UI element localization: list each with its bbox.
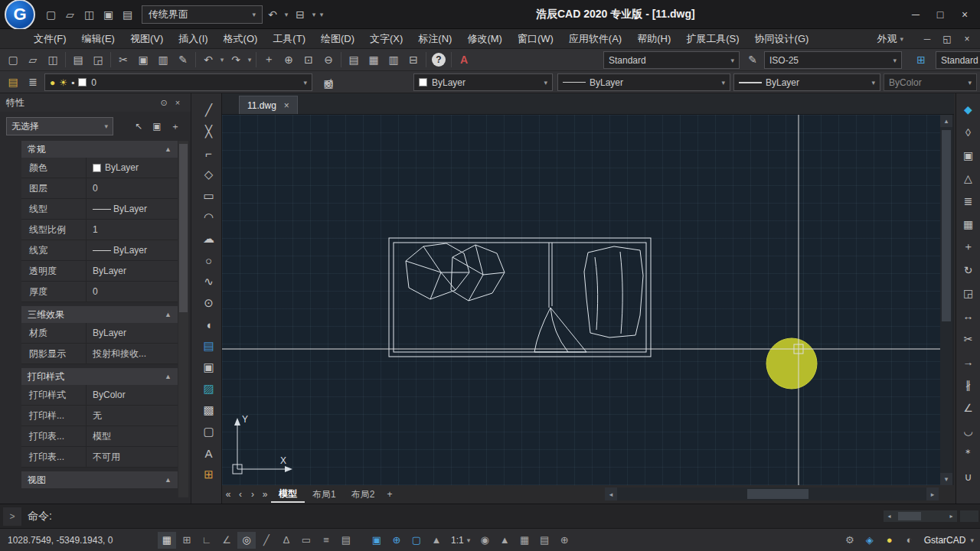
menu-view[interactable]: 视图(V) [122, 29, 171, 49]
open-folder-icon[interactable]: ▱ [23, 51, 43, 69]
dimension-style-combo[interactable]: ISO-25 ▾ [764, 51, 902, 69]
prev-tab-button[interactable]: ‹ [234, 487, 247, 502]
prop-row-plot-table-attached[interactable]: 打印表... 模型 [21, 426, 178, 447]
first-tab-button[interactable]: « [222, 487, 234, 502]
next-tab-button[interactable]: › [247, 487, 259, 502]
grid-display-icon[interactable]: ▦ [158, 532, 176, 549]
prop-row-linetype[interactable]: 线型 ByLayer [21, 199, 178, 220]
auto-hide-pin-icon[interactable]: ⊙ [157, 96, 171, 109]
selection-cycling-icon[interactable]: ▣ [368, 532, 386, 549]
clean-screen-icon[interactable]: ▤ [535, 532, 554, 549]
break-icon[interactable]: ∦ [959, 373, 978, 396]
zoom-previous-icon[interactable]: ⊖ [318, 51, 338, 69]
toggle-pickadd-icon[interactable]: ＋ [166, 118, 185, 135]
polygon-tool-icon[interactable]: ◇ [198, 164, 220, 185]
save-icon[interactable]: ◫ [80, 5, 99, 24]
maximize-button[interactable]: □ [928, 4, 952, 25]
close-button[interactable]: × [952, 4, 977, 25]
table-style-icon[interactable]: ⊞ [911, 51, 931, 69]
section-header-general[interactable]: 常规 ▲ [21, 141, 178, 158]
menu-insert[interactable]: 插入(I) [171, 29, 215, 49]
print-preview-icon[interactable]: ◲ [88, 51, 108, 69]
table-text-style-combo[interactable]: Standard [936, 51, 980, 69]
polyline-tool-icon[interactable]: ⌐ [198, 142, 220, 164]
linetype-control-combo[interactable]: ByLayer ▾ [557, 73, 730, 91]
save-icon[interactable]: ◫ [43, 51, 63, 69]
document-tab[interactable]: 11.dwg × [239, 96, 298, 114]
menu-file[interactable]: 文件(F) [26, 29, 74, 49]
scrollbar-thumb[interactable] [179, 144, 188, 312]
tab-layout2[interactable]: 布局2 [344, 486, 383, 503]
lineweight-control-combo[interactable]: ByLayer ▾ [733, 73, 880, 91]
pan-icon[interactable]: ＋ [259, 51, 279, 69]
paste-icon[interactable]: ▥ [153, 51, 173, 69]
rectangle-tool-icon[interactable]: ▭ [198, 185, 220, 207]
prop-row-layer[interactable]: 图层 0 [21, 178, 178, 199]
trim-icon[interactable]: ✂ [959, 328, 978, 350]
chamfer-icon[interactable]: ∠ [959, 396, 978, 419]
menu-dimension[interactable]: 标注(N) [410, 29, 459, 49]
stretch-icon[interactable]: ↔ [959, 305, 978, 328]
move-icon[interactable]: ＋ [959, 236, 978, 259]
scrollbar-thumb[interactable] [747, 489, 808, 499]
command-options-icon[interactable]: > [3, 507, 21, 526]
minimize-button[interactable]: ─ [903, 4, 928, 25]
new-file-icon[interactable]: ▢ [3, 51, 23, 69]
gradient-tool-icon[interactable]: ▩ [198, 399, 220, 421]
settings-gear-icon[interactable]: ⚙ [841, 532, 859, 549]
ellipse-arc-tool-icon[interactable]: ◖ [198, 314, 220, 335]
ortho-mode-icon[interactable]: ∟ [198, 532, 216, 549]
menu-format[interactable]: 格式(O) [216, 29, 266, 49]
spline-tool-icon[interactable]: ∿ [198, 271, 220, 292]
help-icon[interactable]: ? [429, 51, 449, 69]
annotation-monitor-icon[interactable]: ⊕ [387, 532, 406, 549]
dynamic-ucs-icon[interactable]: ∆ [277, 532, 296, 549]
redo-dropdown-icon[interactable]: ▾ [246, 56, 253, 64]
annotation-visibility-icon[interactable]: ◉ [475, 532, 494, 549]
undo-icon[interactable]: ↶ [198, 51, 218, 69]
layer-isolate-icon[interactable]: ◎ [318, 74, 338, 93]
tool-palettes-icon[interactable]: ▥ [384, 51, 403, 69]
erase-icon[interactable]: ◊ [959, 121, 978, 144]
menu-help[interactable]: 帮助(H) [629, 29, 678, 49]
layer-properties-manager-icon[interactable]: ▤ [3, 73, 23, 91]
design-center-icon[interactable]: ▦ [364, 51, 384, 69]
status-expand-icon[interactable]: ▾ [970, 536, 974, 544]
prop-row-material[interactable]: 材质 ByLayer [21, 323, 178, 344]
prop-row-thickness[interactable]: 厚度 0 [21, 282, 178, 302]
menu-tools[interactable]: 工具(T) [265, 29, 313, 49]
gstarcad-logo[interactable]: G [5, 0, 35, 30]
horizontal-scrollbar[interactable]: ◂ ▸ [605, 487, 939, 500]
properties-scrollbar[interactable] [178, 141, 188, 497]
match-properties-icon[interactable]: ◆ [959, 98, 978, 121]
menu-application[interactable]: 应用软件(A) [561, 29, 629, 49]
menu-window[interactable]: 窗口(W) [510, 29, 561, 49]
snap-mode-icon[interactable]: ⊞ [178, 532, 196, 549]
properties-palette-icon[interactable]: ▤ [344, 51, 364, 69]
scroll-left-icon[interactable]: ◂ [605, 487, 617, 500]
workspace-grid-icon[interactable]: ▦ [515, 532, 534, 549]
tab-layout1[interactable]: 布局1 [305, 486, 344, 503]
prop-row-linetype-scale[interactable]: 线型比例 1 [21, 220, 178, 240]
color-control-combo[interactable]: ByLayer ▾ [413, 73, 553, 91]
target-icon[interactable]: ⊕ [555, 532, 573, 549]
section-header-view[interactable]: 视图 ▲ [21, 471, 178, 488]
scale-icon[interactable]: ◲ [959, 282, 978, 305]
scroll-right-icon[interactable]: ▸ [946, 510, 957, 522]
quick-calculator-icon[interactable]: ⊟ [403, 51, 423, 69]
circle-tool-icon[interactable]: ○ [198, 249, 220, 271]
display-options-icon[interactable]: ⊟ [290, 5, 310, 24]
scroll-up-icon[interactable]: ▴ [940, 115, 952, 127]
scrollbar-thumb[interactable] [898, 512, 921, 520]
cut-icon[interactable]: ✂ [113, 51, 133, 69]
menu-draw[interactable]: 绘图(D) [313, 29, 362, 49]
prop-row-color[interactable]: 颜色 ByLayer [21, 158, 178, 178]
mdi-close-button[interactable]: × [957, 31, 977, 47]
make-block-tool-icon[interactable]: ▣ [198, 357, 220, 378]
tab-model[interactable]: 模型 [271, 486, 305, 503]
copy-icon[interactable]: ▣ [133, 51, 153, 69]
annotation-scale-control[interactable]: 1:1 ▾ [451, 535, 470, 546]
region-tool-icon[interactable]: ▢ [198, 421, 220, 442]
scroll-right-icon[interactable]: ▸ [926, 487, 939, 500]
join-icon[interactable]: ∪ [959, 465, 978, 488]
